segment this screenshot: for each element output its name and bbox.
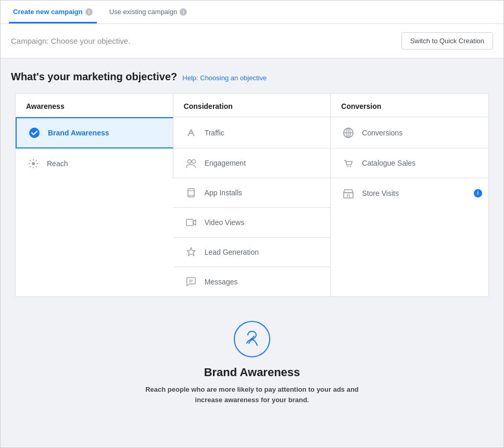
store-visits-label: Store Visits [362,189,399,197]
conversions-label: Conversions [362,129,402,137]
tab-use-existing-label: Use existing campaign [109,8,178,16]
traffic-icon [184,126,198,140]
reach-label: Reach [47,159,68,168]
svg-point-18 [350,166,351,167]
video-views-icon [184,215,198,230]
tab-create-new-info-icon: i [85,8,93,16]
app-installs-label: App Installs [205,189,242,197]
objective-video-views[interactable]: Video Views [173,208,331,238]
campaign-label-text: Campaign: [11,36,49,45]
messages-label: Messages [205,278,238,286]
svg-rect-27 [186,219,193,226]
svg-point-6 [32,162,35,165]
catalogue-sales-label: Catalogue Sales [362,159,415,167]
tab-bar: Create new campaign i Use existing campa… [1,1,503,24]
svg-point-17 [347,166,348,167]
column-header-conversion: Conversion [331,94,488,117]
objective-title: What's your marketing objective? [11,71,177,83]
store-visits-info-icon: i [474,189,482,197]
column-header-consideration: Consideration [173,94,331,117]
help-link[interactable]: Help: Choosing an objective [182,74,267,82]
quick-creation-button[interactable]: Switch to Quick Creation [401,32,493,49]
svg-point-30 [251,338,254,341]
reach-icon [26,156,41,171]
svg-rect-19 [188,189,194,197]
objective-catalogue-sales[interactable]: Catalogue Sales [331,148,488,178]
svg-point-15 [187,160,191,164]
svg-point-16 [192,160,195,164]
campaign-placeholder-text: Choose your objective. [51,36,131,45]
description-section: Brand Awareness Reach people who are mor… [1,305,503,415]
tab-create-new[interactable]: Create new campaign i [9,1,97,23]
objectives-grid: Awareness Consideration Conversion Brand… [15,93,489,297]
objective-engagement[interactable]: Engagement [173,148,331,178]
engagement-icon [184,156,198,170]
objective-brand-awareness[interactable]: Brand Awareness [16,117,173,148]
tab-use-existing[interactable]: Use existing campaign i [105,1,192,23]
campaign-label: Campaign: Choose your objective. [11,36,130,45]
tab-use-existing-info-icon: i [180,8,187,16]
svg-line-13 [36,160,37,161]
objective-section-header: What's your marketing objective? Help: C… [1,58,503,305]
store-visits-icon [341,186,356,201]
objective-traffic[interactable]: Traffic [173,117,331,148]
description-text: Reach people who are more likely to pay … [143,384,361,405]
objective-app-installs[interactable]: App Installs [173,178,331,208]
lead-generation-icon [184,245,198,259]
svg-point-0 [29,128,40,138]
svg-line-14 [30,166,31,167]
column-header-awareness: Awareness [16,94,173,117]
app-installs-icon [184,185,198,200]
objective-messages[interactable]: Messages [173,267,331,296]
description-title: Brand Awareness [204,366,300,379]
svg-line-12 [36,166,37,167]
objective-store-visits[interactable]: Store Visits i [331,178,488,208]
engagement-label: Engagement [205,159,246,167]
objective-reach[interactable]: Reach [16,148,173,178]
tab-create-new-label: Create new campaign [13,8,83,16]
description-icon-circle [234,321,270,357]
svg-rect-22 [344,193,353,198]
objective-conversions[interactable]: Conversions [331,117,488,148]
catalogue-sales-icon [341,156,356,170]
traffic-label: Traffic [205,129,224,137]
brand-awareness-icon [27,126,42,140]
svg-line-11 [30,160,31,161]
brand-awareness-label: Brand Awareness [48,129,109,137]
messages-icon [184,275,198,289]
lead-generation-label: Lead Generation [205,248,259,256]
video-views-label: Video Views [205,218,245,227]
objective-lead-generation[interactable]: Lead Generation [173,238,331,267]
campaign-header: Campaign: Choose your objective. Switch … [1,24,503,58]
conversions-icon [341,126,356,140]
